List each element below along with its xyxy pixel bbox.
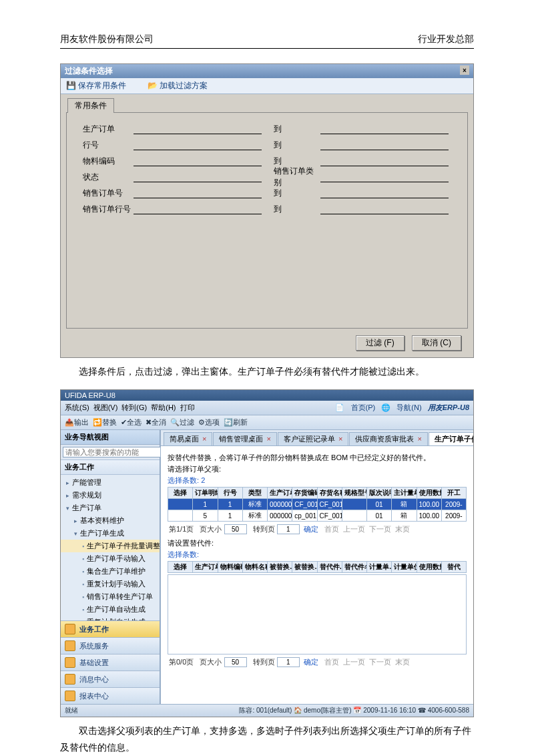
tree-node[interactable]: 生产订单自动生成 [61, 603, 160, 616]
toolbar-button[interactable]: ✖全消 [146, 418, 166, 426]
document-tabs: 简易桌面 ×销售管理桌面 ×客户证照记录单 ×供应商资质审批表 ×生产订单子件批… [161, 430, 473, 446]
set-substitute-label: 请设置替代件: [168, 538, 467, 548]
cancel-button[interactable]: 取消 (C) [412, 335, 461, 351]
label-status: 状态 [73, 172, 134, 183]
tree-node[interactable]: 销售订单转生产订单 [61, 590, 160, 603]
section-icon [65, 640, 75, 651]
tree-node[interactable]: 产能管理 [61, 476, 160, 489]
document-tab[interactable]: 生产订单子件批量调整（按替代件替换） × [429, 432, 473, 445]
sidebar-section-bar[interactable]: 消息中心 [61, 671, 160, 687]
toolbar-button[interactable]: 🔄刷新 [224, 418, 248, 426]
page-size-input[interactable] [224, 524, 247, 534]
erp-window-screenshot: UFIDA ERP-U8 系统(S)视图(V)转到(G)帮助(H)打印 📄 首页… [60, 389, 474, 717]
label-material: 物料编码 [73, 156, 134, 167]
tab-common[interactable]: 常用条件 [67, 98, 114, 113]
toolbar-button[interactable]: 📤输出 [65, 418, 89, 426]
section-icon [65, 674, 75, 685]
close-icon[interactable]: × [336, 435, 342, 443]
close-icon[interactable]: × [264, 435, 270, 443]
table-row[interactable]: 11标准0000000001CF_001CF_00101箱100.002009- [168, 499, 467, 510]
home-link[interactable]: 📄 首页(P) [335, 403, 375, 411]
menu-item[interactable]: 打印 [180, 403, 195, 411]
label-so: 销售订单号 [73, 188, 134, 199]
selected-count: 2 [201, 476, 205, 484]
tree-node[interactable]: 生产订单手动输入 [61, 552, 160, 565]
tree-node[interactable]: 生产订单 [61, 502, 160, 514]
sidebar-section-bar[interactable]: 业务工作 [61, 620, 160, 637]
section-icon [65, 691, 75, 701]
tree-node[interactable]: 集合生产订单维护 [61, 565, 160, 578]
document-tab[interactable]: 客户证照记录单 × [278, 432, 348, 445]
sidebar-section-bar[interactable]: 报表中心 [61, 687, 160, 704]
tree-node[interactable]: 基本资料维护 [61, 514, 160, 527]
tree-node[interactable]: 需求规划 [61, 489, 160, 502]
nav-link[interactable]: 🌐 导航(N) [381, 403, 421, 411]
document-tab[interactable]: 供应商资质审批表 × [349, 432, 427, 445]
nav-search-input[interactable] [63, 447, 163, 457]
page-ok-button[interactable]: 确定 [304, 525, 318, 533]
dept-name: 行业开发总部 [418, 33, 474, 45]
section-icon [65, 624, 75, 634]
document-tab[interactable]: 简易桌面 × [164, 432, 212, 445]
document-tab[interactable]: 销售管理桌面 × [213, 432, 276, 445]
filter-dialog-screenshot: 过滤条件选择 × 💾 保存常用条件 📂 加载过滤方案 常用条件 生产订单 到 行… [60, 63, 474, 358]
paragraph-2: 双击选择父项列表的生产订单，支持多选，多选时子件列表列出所选择父项生产订单的所有… [60, 723, 474, 756]
hint-text: 按替代件替换，会将订单子件的部分物料替换成在 BOM 中已经定义好的替代件。 [168, 453, 467, 463]
tree-node[interactable]: 生产订单生成 [61, 527, 160, 540]
child-grid-body[interactable] [168, 574, 467, 654]
toolbar: 📤输出🔁替换✔全选✖全消🔍过滤⚙选项🔄刷新 [61, 415, 473, 430]
filter-button[interactable]: 过滤 (F) [356, 335, 405, 351]
status-right: 陈容: 001(default) 🏠 demo(陈容主管) 📅 2009-11-… [239, 706, 469, 715]
close-icon[interactable]: × [460, 65, 469, 75]
toolbar-button[interactable]: 🔍过滤 [170, 418, 194, 426]
dialog-titlebar: 过滤条件选择 × [61, 64, 473, 78]
sidebar-section-bar[interactable]: 基础设置 [61, 654, 160, 671]
section-icon [65, 657, 75, 668]
menu-bar: 系统(S)视图(V)转到(G)帮助(H)打印 📄 首页(P) 🌐 导航(N) 用… [61, 401, 473, 415]
nav-title: 业务导航视图 [61, 430, 160, 445]
paragraph-1: 选择条件后，点击过滤，弹出主窗体。生产订单子件必须有替代件才能被过滤出来。 [60, 363, 474, 380]
window-title: UFIDA ERP-U8 [61, 390, 473, 401]
tree-node[interactable]: 重复计划自动生成 [61, 616, 160, 620]
toolbar-button[interactable]: ⚙选项 [198, 418, 220, 426]
goto-page-input[interactable] [277, 524, 300, 534]
company-name: 用友软件股份有限公司 [60, 33, 154, 45]
status-left: 就绪 [65, 706, 78, 715]
brand-logo: 用友ERP-U8 [428, 403, 469, 411]
close-icon[interactable]: × [415, 435, 421, 443]
parent-grid[interactable]: 选择订单明细Id行号类型生产订单号存货编码存货名称规格型号版次说明主计量单位使用… [168, 487, 467, 522]
label-prod-order: 生产订单 [73, 124, 134, 135]
toolbar-button[interactable]: ✔全选 [121, 418, 142, 426]
sidebar: 业务导航视图 业务工作 产能管理需求规划生产订单基本资料维护生产订单生成生产订单… [61, 430, 160, 704]
prod-order-from[interactable] [134, 124, 262, 134]
child-grid[interactable]: 选择生产订单物料编码物料名称被替换…被替换…替代件…替代件名称计量单…计量单位使… [168, 561, 467, 573]
tree-node[interactable]: 生产订单子件批量调整 [61, 540, 160, 552]
label-line: 行号 [73, 140, 134, 151]
toolbar-button[interactable]: 🔁替换 [93, 418, 117, 426]
label-so-line: 销售订单行号 [73, 204, 134, 215]
label-sale-type: 销售订单类别 [274, 166, 320, 188]
sidebar-section-bar[interactable]: 系统服务 [61, 637, 160, 654]
prod-order-to[interactable] [320, 124, 449, 134]
close-icon[interactable]: × [200, 435, 206, 443]
nav-section[interactable]: 业务工作 [61, 459, 160, 475]
menu-item[interactable]: 视图(V) [93, 403, 118, 411]
save-conditions-button[interactable]: 💾 保存常用条件 [66, 81, 136, 90]
menu-item[interactable]: 帮助(H) [151, 403, 176, 411]
load-scheme-button[interactable]: 📂 加载过滤方案 [148, 81, 217, 90]
tree-node[interactable]: 重复计划手动输入 [61, 578, 160, 590]
menu-item[interactable]: 系统(S) [65, 403, 89, 411]
menu-item[interactable]: 转到(G) [121, 403, 147, 411]
dialog-title: 过滤条件选择 [65, 65, 113, 77]
select-parent-label: 请选择订单父项: [168, 464, 467, 474]
table-row[interactable]: 51标准0000000003cp_001CF_00101箱100.002009- [168, 510, 467, 522]
